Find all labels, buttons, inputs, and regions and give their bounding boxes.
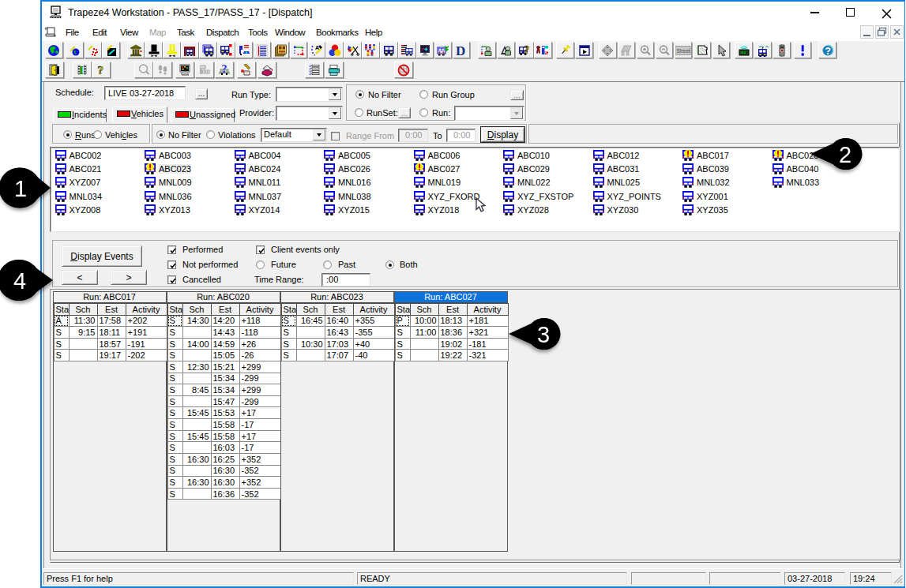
- svg-text:4: 4: [13, 268, 26, 294]
- svg-text:3: 3: [537, 322, 550, 347]
- svg-text:D: D: [456, 44, 465, 57]
- svg-text:I: I: [79, 65, 83, 77]
- svg-text:?: ?: [524, 44, 530, 56]
- svg-text:?: ?: [98, 64, 104, 77]
- svg-text:?: ?: [825, 45, 830, 56]
- svg-text:2: 2: [839, 142, 851, 167]
- svg-text:1: 1: [14, 176, 27, 201]
- svg-text:?: ?: [222, 64, 227, 75]
- svg-text:A: A: [315, 45, 319, 51]
- svg-text:Street: Street: [676, 47, 690, 53]
